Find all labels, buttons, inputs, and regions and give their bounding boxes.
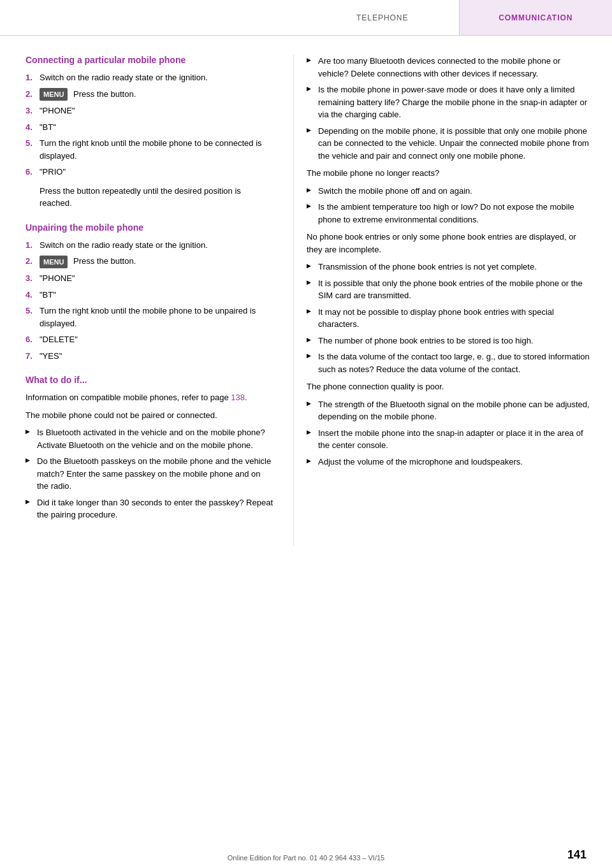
right-bullets-group3: ▶ Transmission of the phone book entries…: [307, 261, 593, 375]
bullet-right-4-1: ▶ The strength of the Bluetooth signal o…: [307, 398, 593, 423]
bullet-icon-3: ▶: [26, 498, 37, 507]
step-2-6: 6. "DELETE": [26, 333, 274, 346]
section3-title: What to do if...: [26, 375, 274, 385]
bullet-right-1-3: ▶ Depending on the mobile phone, it is p…: [307, 125, 593, 163]
menu-button-1: MENU: [40, 88, 68, 101]
section3-bullets: ▶ Is Bluetooth activated in the vehicle …: [26, 426, 274, 521]
step-1-2: 2. MENU Press the button.: [26, 88, 274, 101]
section1-steps: 1. Switch on the radio ready state or th…: [26, 71, 274, 178]
section2-title: Unpairing the mobile phone: [26, 222, 274, 233]
bullet-icon-r11: ▶: [307, 400, 318, 409]
page-body: Connecting a particular mobile phone 1. …: [0, 36, 612, 546]
bullet-icon-r7: ▶: [307, 278, 318, 287]
right-bullets-group4: ▶ The strength of the Bluetooth signal o…: [307, 398, 593, 468]
menu-button-2: MENU: [40, 256, 68, 269]
section2-steps: 1. Switch on the radio ready state or th…: [26, 239, 274, 362]
step-2-5: 5. Turn the right knob until the mobile …: [26, 305, 274, 329]
bullet-right-4-3: ▶ Adjust the volume of the microphone an…: [307, 456, 593, 468]
bullet-icon-r12: ▶: [307, 428, 318, 437]
footer-text: Online Edition for Part no. 01 40 2 964 …: [228, 854, 384, 862]
left-column: Connecting a particular mobile phone 1. …: [0, 55, 293, 546]
bullet-right-3-5: ▶ Is the data volume of the contact too …: [307, 351, 593, 375]
bullet-icon-r8: ▶: [307, 307, 318, 316]
header-right: TELEPHONE COMMUNICATION: [306, 0, 612, 35]
right-bullets-group2: ▶ Switch the mobile phone off and on aga…: [307, 185, 593, 226]
bullet-right-2-2: ▶ Is the ambient temperature too high or…: [307, 201, 593, 226]
bullet-icon-r9: ▶: [307, 336, 318, 345]
bullet-right-3-3: ▶ It may not be possible to display phon…: [307, 306, 593, 331]
bullet-right-2-1: ▶ Switch the mobile phone off and on aga…: [307, 185, 593, 198]
page-link-138[interactable]: 138: [231, 393, 245, 402]
header-communication-label: COMMUNICATION: [460, 0, 613, 35]
bullet-icon-r10: ▶: [307, 352, 318, 361]
right-column: ▶ Are too many Bluetooth devices connect…: [293, 55, 612, 546]
bullet-icon-r4: ▶: [307, 186, 318, 195]
step-1-5: 5. Turn the right knob until the mobile …: [26, 137, 274, 162]
section3-para2: The mobile phone could not be paired or …: [26, 409, 274, 422]
bullet-icon-r2: ▶: [307, 85, 318, 94]
step-2-2: 2. MENU Press the button.: [26, 255, 274, 268]
page-header: TELEPHONE COMMUNICATION: [0, 0, 612, 36]
bullet-icon-r3: ▶: [307, 126, 318, 135]
telephone-text: TELEPHONE: [356, 13, 408, 22]
step-1-3: 3. "PHONE": [26, 105, 274, 117]
section1-sub-para: Press the button repeatedly until the de…: [40, 185, 274, 210]
bullet-left-3: ▶ Did it take longer than 30 seconds to …: [26, 496, 274, 521]
bullet-right-1-1: ▶ Are too many Bluetooth devices connect…: [307, 55, 593, 80]
page-number: 141: [567, 848, 586, 862]
para-no-entries: No phone book entries or only some phone…: [307, 231, 593, 256]
section1-title: Connecting a particular mobile phone: [26, 55, 274, 65]
bullet-icon-r6: ▶: [307, 262, 318, 271]
bullet-right-1-2: ▶ Is the mobile phone in power-save mode…: [307, 83, 593, 121]
bullet-icon-r13: ▶: [307, 457, 318, 466]
para-no-react: The mobile phone no longer reacts?: [307, 167, 593, 180]
bullet-left-2: ▶ Do the Bluetooth passkeys on the mobil…: [26, 455, 274, 493]
bullet-icon-r5: ▶: [307, 202, 318, 211]
step-2-1: 1. Switch on the radio ready state or th…: [26, 239, 274, 252]
communication-text: COMMUNICATION: [499, 13, 572, 22]
header-telephone-label: TELEPHONE: [306, 0, 460, 35]
bullet-right-3-2: ▶ It is possible that only the phone boo…: [307, 277, 593, 302]
para-poor-quality: The phone connection quality is poor.: [307, 380, 593, 393]
bullet-right-3-4: ▶ The number of phone book entries to be…: [307, 335, 593, 347]
right-bullets-group1: ▶ Are too many Bluetooth devices connect…: [307, 55, 593, 162]
section3-para1: Information on compatible mobile phones,…: [26, 391, 274, 404]
step-1-4: 4. "BT": [26, 121, 274, 134]
bullet-icon-r1: ▶: [307, 56, 318, 65]
bullet-right-4-2: ▶ Insert the mobile phone into the snap-…: [307, 427, 593, 452]
step-1-6: 6. "PRIO": [26, 166, 274, 178]
bullet-icon-1: ▶: [26, 428, 37, 437]
step-1-1: 1. Switch on the radio ready state or th…: [26, 71, 274, 84]
step-2-4: 4. "BT": [26, 289, 274, 301]
bullet-right-3-1: ▶ Transmission of the phone book entries…: [307, 261, 593, 273]
page-footer: Online Edition for Part no. 01 40 2 964 …: [0, 854, 612, 862]
step-2-3: 3. "PHONE": [26, 272, 274, 285]
bullet-left-1: ▶ Is Bluetooth activated in the vehicle …: [26, 426, 274, 451]
bullet-icon-2: ▶: [26, 456, 37, 465]
step-2-7: 7. "YES": [26, 350, 274, 363]
